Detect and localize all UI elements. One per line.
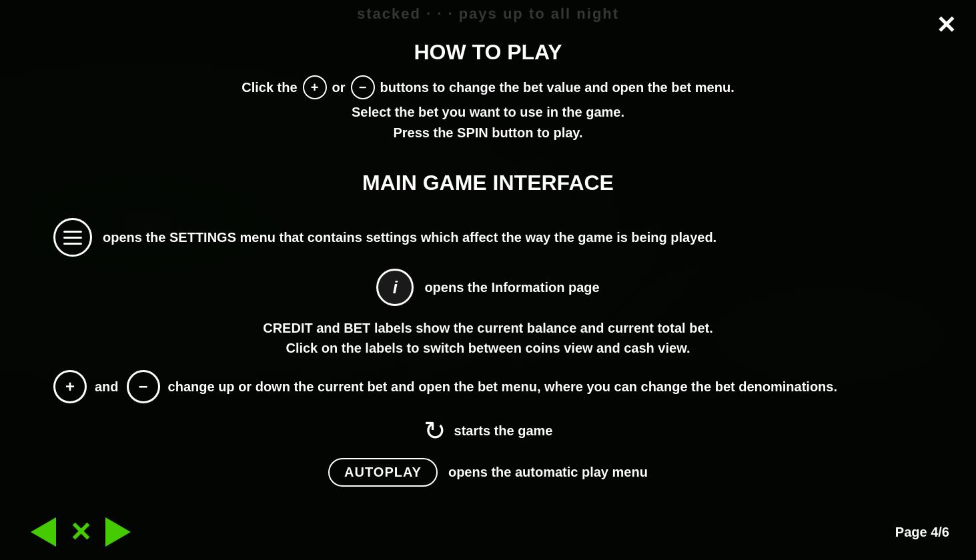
credit-line-2: Click on the labels to switch between co… bbox=[263, 338, 713, 358]
and-text: and bbox=[95, 379, 119, 395]
right-arrow-icon bbox=[105, 517, 131, 547]
divider bbox=[53, 166, 923, 167]
page-number: Page 4/6 bbox=[895, 525, 949, 540]
settings-description: opens the SETTINGS menu that contains se… bbox=[103, 230, 716, 245]
banner-text: stacked · · · pays up to all night bbox=[357, 5, 619, 23]
spin-icon: ↻ bbox=[424, 415, 446, 446]
instruction-line-1: Click the + or − buttons to change the b… bbox=[53, 75, 923, 99]
spin-description: starts the game bbox=[454, 423, 553, 439]
plus-minus-row: + and − change up or down the current be… bbox=[53, 370, 923, 403]
plus-minus-description: change up or down the current bet and op… bbox=[168, 379, 837, 395]
click-the-text: Click the bbox=[241, 80, 297, 95]
settings-icon bbox=[53, 218, 92, 257]
info-icon: i bbox=[376, 269, 414, 306]
how-to-play-title: HOW TO PLAY bbox=[53, 40, 923, 65]
instruction-line-2: Select the bet you want to use in the ga… bbox=[53, 105, 923, 120]
plus-icon-large: + bbox=[53, 370, 87, 403]
x-icon: ✕ bbox=[69, 519, 92, 545]
hamburger-line-1 bbox=[63, 231, 82, 233]
next-arrow-button[interactable] bbox=[101, 517, 135, 547]
hamburger-line-3 bbox=[63, 243, 82, 245]
or-text: or bbox=[332, 80, 346, 95]
autoplay-description: opens the automatic play menu bbox=[448, 465, 648, 480]
prev-arrow-button[interactable] bbox=[27, 517, 60, 547]
credit-line-1: CREDIT and BET labels show the current b… bbox=[263, 318, 713, 338]
info-description: opens the Information page bbox=[424, 280, 599, 295]
main-interface-title: MAIN GAME INTERFACE bbox=[362, 171, 614, 195]
info-row: i opens the Information page bbox=[376, 269, 599, 306]
left-arrow-icon bbox=[31, 517, 56, 547]
hamburger-line-2 bbox=[63, 237, 82, 239]
minus-icon-large: − bbox=[127, 370, 160, 403]
close-icon: ✕ bbox=[936, 11, 956, 39]
autoplay-button[interactable]: AUTOPLAY bbox=[328, 458, 438, 487]
minus-icon-inline: − bbox=[351, 75, 375, 99]
instruction-line-3: Press the SPIN button to play. bbox=[53, 125, 923, 141]
buttons-text: buttons to change the bet value and open… bbox=[380, 80, 735, 95]
spin-row: ↻ starts the game bbox=[424, 415, 553, 446]
close-nav-button[interactable]: ✕ bbox=[64, 517, 97, 547]
credit-bet-text: CREDIT and BET labels show the current b… bbox=[263, 318, 713, 358]
settings-row: opens the SETTINGS menu that contains se… bbox=[53, 218, 923, 257]
top-banner: stacked · · · pays up to all night bbox=[0, 0, 976, 28]
close-button[interactable]: ✕ bbox=[936, 13, 956, 37]
navigation-arrows: ✕ bbox=[27, 517, 135, 547]
plus-icon-inline: + bbox=[303, 75, 327, 99]
main-content: HOW TO PLAY Click the + or − buttons to … bbox=[0, 0, 976, 560]
autoplay-row: AUTOPLAY opens the automatic play menu bbox=[328, 458, 648, 487]
main-interface-section: MAIN GAME INTERFACE opens the SETTINGS m… bbox=[53, 171, 923, 487]
how-to-play-section: HOW TO PLAY Click the + or − buttons to … bbox=[53, 40, 923, 146]
